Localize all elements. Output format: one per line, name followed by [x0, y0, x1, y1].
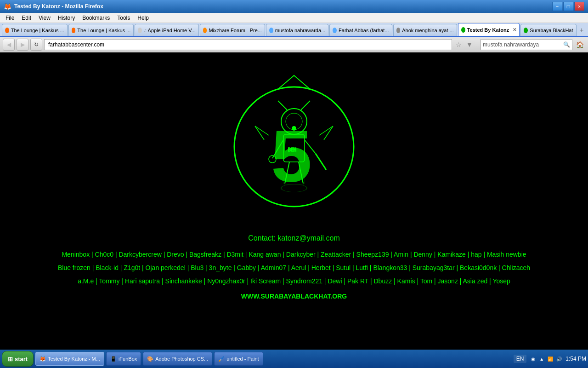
tray-icon-1: ▲ [538, 355, 545, 362]
tab-3-favicon [203, 28, 207, 33]
browser-content: 5 BEH [0, 52, 588, 310]
clock: 1:54 PM [565, 356, 586, 362]
tab-0[interactable]: The Lounge | Kaskus ... [2, 24, 68, 36]
members-line-1: Meninbox | Ch0c0 | Darkcybercrew | Drevo… [58, 249, 530, 260]
tab-4[interactable]: mustofa nahrawarda... [266, 24, 328, 36]
windows-icon: ⊞ [8, 356, 13, 362]
forward-button[interactable]: ▶ [17, 39, 28, 51]
taskbar-app-1-icon: 📱 [110, 356, 117, 362]
taskbar-app-2-icon: 🎨 [147, 356, 153, 362]
menu-bar: File Edit View History Bookmarks Tools H… [0, 13, 588, 23]
menu-history[interactable]: History [54, 14, 79, 22]
taskbar-app-1-label: iFunBox [119, 356, 137, 362]
address-text: farhatabbascenter.com [48, 41, 104, 48]
tab-2[interactable]: .: Apple iPad Home V... [135, 24, 198, 36]
maximize-button[interactable]: □ [563, 2, 573, 11]
tab-4-favicon [269, 28, 273, 33]
close-button[interactable]: × [574, 2, 584, 11]
tab-1[interactable]: The Lounge | Kaskus ... [68, 24, 134, 36]
menu-tools[interactable]: Tools [113, 14, 134, 22]
tab-8[interactable]: Surabaya BlackHat [520, 24, 576, 36]
search-input[interactable]: mustofa nahrawardaya [483, 41, 563, 48]
menu-view[interactable]: View [35, 14, 54, 22]
menu-edit[interactable]: Edit [18, 14, 35, 22]
nav-bar: ◀ ▶ ↻ farhatabbascenter.com ☆ ▼ mustofa … [0, 37, 588, 52]
hacker-logo: 5 BEH [225, 62, 363, 232]
taskbar: ⊞ start 🦊 Tested By Katonz - M... 📱 iFun… [0, 350, 588, 368]
tray-icon-2: 📶 [547, 355, 554, 362]
svg-line-12 [316, 154, 326, 170]
minimize-button[interactable]: − [552, 2, 562, 11]
tab-6[interactable]: Ahok menghina ayat ... [393, 24, 457, 36]
taskbar-app-1[interactable]: 📱 iFunBox [106, 352, 141, 366]
address-bar[interactable]: farhatabbascenter.com [44, 39, 452, 50]
taskbar-app-0-icon: 🦊 [40, 356, 46, 362]
back-button[interactable]: ◀ [3, 39, 15, 51]
menu-help[interactable]: Help [134, 14, 153, 22]
tray-icon-3: 🔊 [555, 355, 563, 362]
menu-bookmarks[interactable]: Bookmarks [79, 14, 113, 22]
home-button[interactable]: 🏠 [574, 39, 585, 50]
new-tab-button[interactable]: + [577, 24, 587, 36]
search-bar[interactable]: mustofa nahrawardaya 🔍 [481, 39, 572, 50]
bookmark-star[interactable]: ☆ [454, 39, 463, 50]
tab-2-favicon [138, 28, 142, 33]
taskbar-app-3[interactable]: 🖌️ untitled - Paint [214, 352, 263, 366]
language-indicator: EN [514, 355, 527, 363]
tab-8-favicon [524, 28, 528, 33]
tab-6-favicon [396, 28, 401, 33]
tab-0-favicon [5, 28, 9, 33]
bookmark-star2[interactable]: ▼ [465, 39, 474, 50]
tab-3[interactable]: Mixzhare Forum - Pre... [200, 24, 265, 36]
website-line: WWW.SURABAYABLACKHAT.ORG [58, 291, 530, 302]
tab-7-close[interactable]: ✕ [513, 27, 516, 32]
members-line-3: a.M.e | Tommy | Hari saputra | Sinchanke… [58, 276, 530, 287]
start-label: start [15, 356, 28, 362]
taskbar-app-0-label: Tested By Katonz - M... [48, 356, 100, 362]
tab-bar: The Lounge | Kaskus ... The Lounge | Kas… [0, 23, 588, 37]
firefox-icon: 🦊 [4, 3, 11, 10]
search-button[interactable]: 🔍 [563, 41, 570, 48]
reload-button[interactable]: ↻ [30, 39, 42, 51]
content-area: Contact: katonz@ymail.com Meninbox | Ch0… [40, 232, 548, 303]
tab-7-favicon [461, 27, 465, 33]
title-bar: 🦊 Tested By Katonz - Mozilla Firefox − □… [0, 0, 588, 13]
contact-line: Contact: katonz@ymail.com [58, 232, 530, 245]
tab-1-favicon [72, 28, 76, 33]
start-button[interactable]: ⊞ start [2, 351, 34, 367]
taskbar-app-2-label: Adobe Photoshop CS... [155, 356, 208, 362]
taskbar-app-2[interactable]: 🎨 Adobe Photoshop CS... [143, 352, 212, 366]
taskbar-app-0[interactable]: 🦊 Tested By Katonz - M... [35, 352, 104, 366]
nero-icon: ◉ [529, 355, 537, 362]
svg-point-16 [292, 126, 296, 131]
taskbar-app-3-label: untitled - Paint [226, 356, 259, 362]
tab-5-favicon [333, 28, 337, 33]
tab-7[interactable]: Tested By Katonz ✕ [458, 23, 520, 36]
window-controls: − □ × [552, 2, 584, 11]
tab-5[interactable]: Farhat Abbas (farhat... [329, 24, 392, 36]
taskbar-app-3-icon: 🖌️ [218, 356, 225, 362]
svg-line-9 [278, 101, 287, 110]
title-bar-text: Tested By Katonz - Mozilla Firefox [14, 3, 549, 10]
svg-text:BEH: BEH [288, 147, 296, 152]
members-line-2: Blue frozen | Black-id | Z1g0t | Ojan pe… [58, 262, 530, 274]
menu-file[interactable]: File [2, 14, 18, 22]
system-tray-icons: ◉ ▲ 📶 🔊 [529, 355, 563, 362]
taskbar-right: EN ◉ ▲ 📶 🔊 1:54 PM [514, 355, 586, 363]
svg-line-10 [301, 101, 310, 110]
